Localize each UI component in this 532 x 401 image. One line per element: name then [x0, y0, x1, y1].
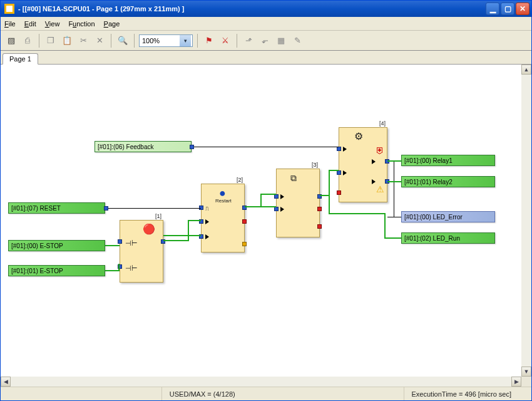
vertical-scrollbar[interactable]: ▲ ▼ [521, 65, 531, 377]
nc-contact-icon: ⊣⊢ [125, 264, 138, 273]
block-label: Restart [215, 198, 232, 204]
wire [163, 240, 188, 241]
output-led-error[interactable]: [#01]:(00) LED_Error [401, 211, 495, 222]
wire [188, 220, 189, 241]
status-usedmax: USED/MAX = (4/128) [161, 387, 243, 400]
scroll-down-icon[interactable]: ▼ [521, 367, 531, 377]
status-bar: USED/MAX = (4/128) ExecutionTime = 496 [… [1, 387, 531, 400]
function-block-4[interactable]: [4] ⚙ ⛨ ⚠ [339, 127, 387, 202]
page-add-button[interactable]: ▦ [274, 34, 288, 48]
wire [260, 194, 262, 207]
menu-page[interactable]: Page [104, 20, 120, 28]
prev-button[interactable]: ⬏ [242, 34, 255, 48]
wire [105, 270, 120, 271]
find-button[interactable]: 🔍 [116, 34, 130, 48]
port-out[interactable] [242, 242, 247, 246]
zoom-input[interactable] [140, 37, 180, 44]
port-out[interactable] [317, 207, 322, 211]
diagram-canvas[interactable]: [#01]:(06) Feedback [#01]:(07) RESET [#0… [1, 65, 521, 377]
delete-button[interactable]: ✕ [93, 34, 106, 48]
tab-strip: Page 1 [1, 51, 531, 65]
wire [163, 235, 201, 236]
copy-button[interactable]: ❐ [44, 34, 58, 48]
port-in[interactable] [274, 207, 279, 211]
next-button[interactable]: ⬐ [258, 34, 272, 48]
close-button[interactable]: ✕ [516, 3, 529, 15]
zoom-combo[interactable]: ▾ [139, 34, 193, 47]
port-in[interactable] [337, 147, 341, 151]
window-buttons: ▁ ▢ ✕ [486, 3, 529, 15]
wire [387, 181, 401, 182]
titlebar: - [[#00] NE1A-SCPU01 - Page 1 (297mm x 2… [1, 1, 531, 17]
function-block-3[interactable]: [3] ⧉ [276, 169, 320, 237]
horizontal-scrollbar[interactable]: ◀ ▶ [1, 377, 521, 387]
separator [111, 34, 111, 48]
wire [329, 170, 330, 196]
scroll-right-icon[interactable]: ▶ [511, 377, 521, 387]
status-exectime: ExecutionTime = 496 [micro sec] [404, 387, 519, 400]
output-relay1[interactable]: [#01]:(00) Relay1 [401, 155, 495, 166]
arrow-icon [343, 170, 347, 175]
delete-user-button[interactable]: ⚔ [218, 34, 232, 48]
function-block-1[interactable]: [1] 🔴 ⊣⊢ ⊣⊢ [120, 220, 163, 283]
app-window: - [[#00] NE1A-SCPU01 - Page 1 (297mm x 2… [0, 0, 532, 401]
nc-contact-icon: ⊣⊢ [125, 239, 138, 247]
wire [105, 208, 201, 209]
wire-junction [104, 206, 108, 211]
cut-button[interactable]: ✂ [76, 34, 90, 48]
wire [188, 220, 201, 221]
separator [197, 34, 198, 48]
menu-bar: File Edit View Function Page [1, 17, 531, 31]
window-title: - [[#00] NE1A-SCPU01 - Page 1 (297mm x 2… [18, 5, 486, 13]
arrow-icon [205, 234, 209, 239]
output-led-run[interactable]: [#01]:(02) LED_Run [401, 232, 495, 244]
port-in[interactable] [118, 239, 122, 244]
maximize-button[interactable]: ▢ [501, 3, 514, 15]
wire [329, 170, 339, 171]
port-in[interactable] [337, 190, 341, 195]
port-out[interactable] [242, 219, 247, 224]
edit-button[interactable]: ✎ [290, 34, 304, 48]
block-index: [2] [237, 177, 243, 183]
wire [387, 217, 401, 217]
function-block-2[interactable]: [2] ● Restart ⎍ [201, 184, 245, 253]
wire [329, 213, 385, 214]
pulse-icon: ⎍ [205, 206, 208, 212]
minimize-button[interactable]: ▁ [486, 3, 499, 15]
wire [384, 213, 386, 238]
port-out[interactable] [317, 224, 322, 229]
port-in[interactable] [337, 170, 341, 175]
scroll-corner [521, 377, 531, 387]
shield-icon: ⛨ [376, 145, 384, 155]
wire [384, 237, 401, 239]
separator [237, 34, 237, 48]
arrow-icon [280, 194, 284, 199]
relay-icon: ⧉ [290, 173, 297, 184]
menu-view[interactable]: View [45, 20, 60, 28]
input-feedback[interactable]: [#01]:(06) Feedback [95, 141, 192, 152]
scroll-up-icon[interactable]: ▲ [521, 65, 531, 75]
menu-edit[interactable]: Edit [24, 20, 36, 28]
input-estop0[interactable]: [#01]:(00) E-STOP [8, 240, 105, 251]
output-relay2[interactable]: [#01]:(01) Relay2 [401, 176, 495, 187]
arrow-icon [372, 179, 376, 184]
zoom-dropdown-icon[interactable]: ▾ [180, 35, 191, 46]
input-estop1[interactable]: [#01]:(01) E-STOP [8, 265, 105, 276]
print-button[interactable]: ⎙ [21, 34, 34, 48]
arrow-icon [343, 147, 347, 152]
wire [192, 147, 339, 147]
menu-function[interactable]: Function [68, 20, 95, 28]
port-in[interactable] [274, 194, 279, 199]
block-index: [1] [155, 213, 161, 219]
input-reset[interactable]: [#01]:(07) RESET [8, 202, 105, 214]
scroll-track[interactable] [521, 75, 531, 367]
wire [105, 245, 120, 246]
menu-file[interactable]: File [4, 20, 16, 28]
wire-junction [190, 145, 194, 149]
scroll-left-icon[interactable]: ◀ [1, 377, 11, 387]
open-button[interactable]: ▨ [4, 34, 18, 48]
paste-button[interactable]: 📋 [60, 34, 74, 48]
validate-button[interactable]: ⚑ [202, 34, 216, 48]
tab-page-1[interactable]: Page 1 [3, 53, 38, 65]
scroll-track[interactable] [11, 377, 511, 387]
